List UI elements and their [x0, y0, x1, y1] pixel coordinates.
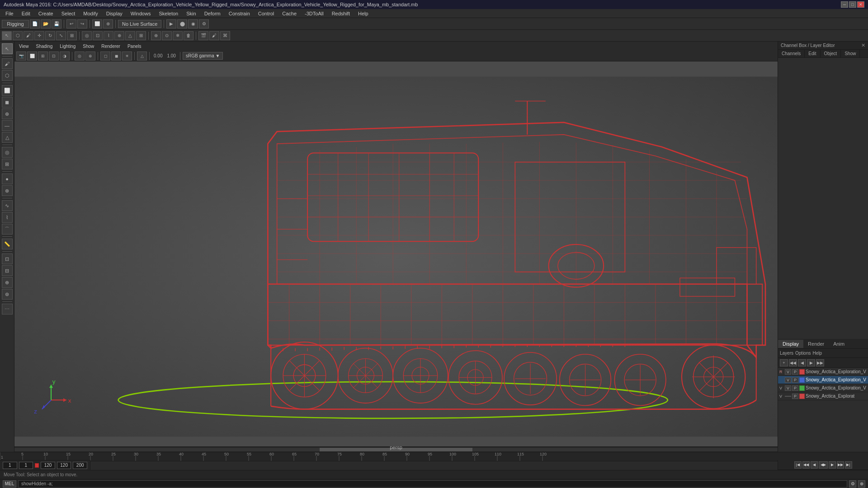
rotate-tool[interactable]: ↻ — [45, 31, 55, 40]
layer-v-1[interactable]: V — [785, 369, 791, 375]
vp-gate[interactable]: ⊞ — [38, 52, 48, 61]
paint-fx[interactable]: 🖌 — [209, 31, 219, 40]
tab-anim[interactable]: Anim — [829, 340, 849, 348]
layer-help[interactable]: Help — [812, 351, 822, 356]
layer-p-1[interactable]: P — [792, 369, 798, 375]
tool-edge[interactable]: — — [2, 120, 13, 131]
no-live-surface[interactable]: No Live Surface — [118, 20, 161, 28]
range-start[interactable]: 1 — [3, 462, 17, 469]
tool-sculpt[interactable]: ⬡ — [2, 70, 13, 81]
layer-row-4[interactable]: V P Snowy_Arctica_Explorat — [778, 392, 868, 400]
snap-grid[interactable]: ⊡ — [93, 31, 103, 40]
vp-color-space[interactable]: sRGB gamma ▼ — [183, 52, 223, 60]
tool-soft-mod[interactable]: ◎ — [2, 147, 13, 158]
minimize-button[interactable]: ─ — [841, 1, 848, 8]
vp-xray[interactable]: ◎ — [75, 52, 85, 61]
layer-p-2[interactable]: P — [792, 377, 798, 383]
freeze[interactable]: ❄ — [173, 31, 183, 40]
layer-layers[interactable]: Layers — [780, 351, 793, 356]
vp-shadow[interactable]: △ — [137, 52, 147, 61]
viewport-menu-show[interactable]: Show — [80, 43, 97, 49]
menu-help[interactable]: Help — [354, 10, 372, 17]
rigging-dropdown[interactable]: Rigging — [2, 20, 29, 28]
layer-next[interactable]: ▶ — [807, 359, 815, 366]
layer-row-2[interactable]: V P Snowy_Arctica_Exploration_V — [778, 376, 868, 384]
snap-surface[interactable]: △ — [125, 31, 135, 40]
lasso-tool[interactable]: ⬡ — [13, 31, 23, 40]
menu-display[interactable]: Display — [103, 10, 126, 17]
soft-select[interactable]: ◎ — [82, 31, 92, 40]
tool-custom3[interactable]: ⊕ — [2, 277, 13, 288]
layer-v-3[interactable]: V — [785, 385, 791, 391]
viewport-menu-view[interactable]: View — [16, 43, 32, 49]
tool-select-move[interactable]: ↖ — [2, 43, 13, 54]
viewport-menu-shading[interactable]: Shading — [33, 43, 56, 49]
tool-ik[interactable]: ⊗ — [2, 185, 13, 196]
btn-next-frame[interactable]: ▶▶ — [837, 461, 844, 469]
tool-vertex[interactable]: ⊕ — [2, 108, 13, 119]
vp-wire[interactable]: ⊡ — [49, 52, 59, 61]
toolbar-btn-snap[interactable]: ⊕ — [103, 19, 113, 28]
layer-v-2[interactable]: V — [785, 377, 791, 383]
menu-control[interactable]: Control — [255, 10, 278, 17]
toolbar-btn-render2[interactable]: ⬤ — [177, 19, 187, 28]
layer-v-4[interactable] — [785, 396, 791, 397]
command-line[interactable]: showHidden -a; — [18, 480, 847, 488]
tool-cv-curve[interactable]: ∿ — [2, 200, 13, 211]
move-tool[interactable]: ✛ — [34, 31, 44, 40]
btn-skip-end[interactable]: ▶| — [845, 461, 852, 469]
vp-isolation[interactable]: ◻ — [100, 52, 110, 61]
layer-row-1[interactable]: R V P Snowy_Arctica_Exploration_V — [778, 368, 868, 376]
select-tool[interactable]: ↖ — [2, 31, 12, 40]
manip-tool[interactable]: ⊞ — [67, 31, 77, 40]
range-end-2[interactable]: 120 — [57, 462, 71, 469]
tool-measure[interactable]: 📏 — [2, 239, 13, 249]
tool-custom1[interactable]: ⊡ — [2, 253, 13, 264]
toolbar-btn-save[interactable]: 💾 — [52, 19, 61, 28]
status-btn-1[interactable]: ⚙ — [849, 480, 856, 488]
tab-render[interactable]: Render — [803, 340, 829, 348]
vp-resolution[interactable]: ⬜ — [27, 52, 37, 61]
vp-toggle[interactable]: ⊕ — [85, 52, 95, 61]
delete-hist[interactable]: 🗑 — [184, 31, 193, 40]
warp[interactable]: ⌘ — [220, 31, 230, 40]
tool-joint[interactable]: ● — [2, 174, 13, 184]
history[interactable]: ⊕ — [151, 31, 161, 40]
btn-play-back[interactable]: ◀▶ — [819, 461, 828, 469]
snap-point[interactable]: ⊕ — [114, 31, 124, 40]
tool-bezier[interactable]: ⌒ — [2, 224, 13, 235]
tab-show[interactable]: Show — [841, 50, 860, 57]
timeline-ruler[interactable]: 1 5 10 15 20 25 30 35 40 45 50 — [0, 452, 868, 461]
scale-tool[interactable]: ⤡ — [56, 31, 66, 40]
viewport-menu-panels[interactable]: Panels — [125, 43, 144, 49]
viewport-menu-renderer[interactable]: Renderer — [99, 43, 123, 49]
toolbar-btn-open[interactable]: 📂 — [41, 19, 51, 28]
toolbar-btn-opts[interactable]: ⚙ — [199, 19, 209, 28]
vp-light[interactable]: ☀ — [122, 52, 132, 61]
range-start-2[interactable]: 1 — [19, 462, 33, 469]
tool-custom2[interactable]: ⊟ — [2, 265, 13, 276]
tool-ep-curve[interactable]: ⌇ — [2, 212, 13, 223]
menu-create[interactable]: Create — [35, 10, 57, 17]
menu-constrain[interactable]: Constrain — [225, 10, 254, 17]
toolbar-btn-select[interactable]: ⬜ — [92, 19, 102, 28]
btn-prev-key[interactable]: ◀◀ — [802, 461, 810, 469]
render-seq[interactable]: 🎬 — [198, 31, 208, 40]
channel-box-close[interactable]: ✕ — [861, 42, 865, 48]
btn-play-forward[interactable]: ▶ — [829, 461, 836, 469]
layer-new[interactable]: + — [780, 359, 788, 366]
menu-edit[interactable]: Edit — [18, 10, 34, 17]
layer-fwd[interactable]: ▶▶ — [816, 359, 824, 366]
menu-select[interactable]: Select — [58, 10, 79, 17]
menu-3dtoall[interactable]: -3DToAll — [301, 10, 327, 17]
tool-more[interactable]: ⋯ — [2, 304, 13, 314]
center-piv[interactable]: ⊙ — [162, 31, 172, 40]
tool-paint[interactable]: 🖌 — [2, 58, 13, 69]
viewport-menu-lighting[interactable]: Lighting — [57, 43, 78, 49]
tool-lattice[interactable]: ⊞ — [2, 159, 13, 169]
menu-skeleton[interactable]: Skeleton — [155, 10, 182, 17]
range-total[interactable]: 200 — [73, 462, 87, 469]
toolbar-btn-new[interactable]: 📄 — [30, 19, 40, 28]
tool-custom4[interactable]: ⊛ — [2, 289, 13, 300]
tab-object[interactable]: Object — [821, 50, 841, 57]
